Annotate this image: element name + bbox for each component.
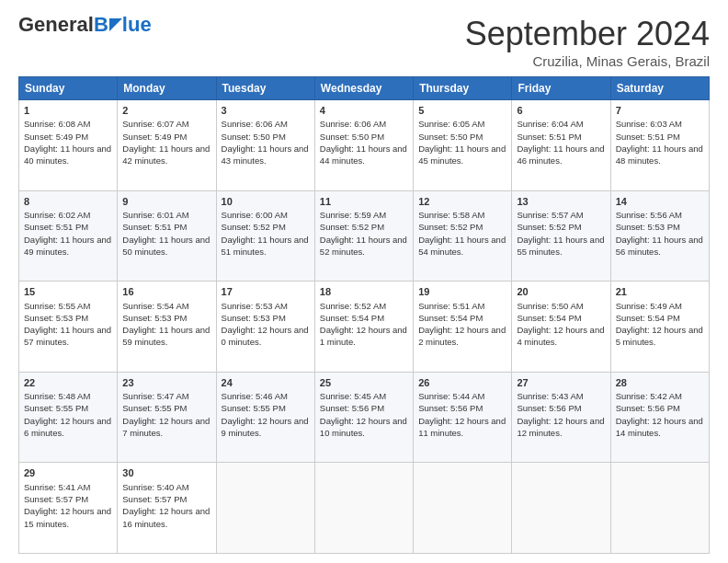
day-number: 11 (320, 195, 408, 209)
calendar-cell: 18Sunrise: 5:52 AMSunset: 5:54 PMDayligh… (314, 282, 413, 373)
calendar-cell: 2Sunrise: 6:07 AMSunset: 5:49 PMDaylight… (118, 100, 216, 191)
sunset-label: Sunset: 5:53 PM (24, 313, 88, 323)
calendar-cell: 22Sunrise: 5:48 AMSunset: 5:55 PMDayligh… (19, 372, 118, 463)
sunrise-label: Sunrise: 5:42 AM (616, 391, 682, 401)
sunrise-label: Sunrise: 6:07 AM (122, 119, 188, 129)
sunrise-label: Sunrise: 5:44 AM (418, 391, 484, 401)
calendar-cell: 21Sunrise: 5:49 AMSunset: 5:54 PMDayligh… (610, 282, 709, 373)
day-number: 15 (24, 285, 112, 299)
title-block: September 2024 Cruzilia, Minas Gerais, B… (465, 15, 710, 69)
calendar-cell (610, 463, 709, 554)
sunset-label: Sunset: 5:54 PM (418, 313, 483, 323)
sunset-label: Sunset: 5:57 PM (122, 494, 187, 504)
col-saturday: Saturday (610, 77, 709, 100)
daylight-label: Daylight: 11 hours and 42 minutes. (122, 144, 210, 166)
calendar-cell: 1Sunrise: 6:08 AMSunset: 5:49 PMDaylight… (19, 100, 118, 191)
calendar-cell: 5Sunrise: 6:05 AMSunset: 5:50 PMDaylight… (414, 100, 512, 191)
col-thursday: Thursday (414, 77, 512, 100)
sunrise-label: Sunrise: 5:43 AM (517, 391, 583, 401)
col-monday: Monday (118, 77, 216, 100)
daylight-label: Daylight: 12 hours and 11 minutes. (418, 416, 506, 438)
calendar-cell: 13Sunrise: 5:57 AMSunset: 5:52 PMDayligh… (512, 190, 610, 282)
daylight-label: Daylight: 11 hours and 40 minutes. (24, 144, 111, 166)
sunrise-label: Sunrise: 6:05 AM (418, 119, 484, 129)
sunrise-label: Sunrise: 5:56 AM (616, 210, 682, 220)
day-number: 30 (122, 466, 210, 480)
daylight-label: Daylight: 11 hours and 50 minutes. (122, 235, 210, 257)
day-number: 18 (320, 285, 408, 299)
daylight-label: Daylight: 12 hours and 2 minutes. (418, 325, 506, 347)
daylight-label: Daylight: 11 hours and 44 minutes. (320, 144, 407, 166)
calendar-cell: 28Sunrise: 5:42 AMSunset: 5:56 PMDayligh… (610, 372, 709, 463)
svg-marker-0 (109, 18, 122, 31)
daylight-label: Daylight: 11 hours and 59 minutes. (122, 325, 210, 347)
daylight-label: Daylight: 11 hours and 51 minutes. (222, 235, 309, 257)
calendar-cell: 23Sunrise: 5:47 AMSunset: 5:55 PMDayligh… (118, 372, 216, 463)
day-number: 23 (122, 376, 210, 390)
sunset-label: Sunset: 5:51 PM (24, 222, 88, 232)
calendar-cell (216, 463, 314, 554)
sunrise-label: Sunrise: 5:52 AM (320, 301, 386, 311)
daylight-label: Daylight: 12 hours and 7 minutes. (122, 416, 210, 438)
day-number: 3 (222, 104, 310, 118)
sunrise-label: Sunrise: 6:06 AM (320, 119, 386, 129)
sunset-label: Sunset: 5:55 PM (24, 403, 88, 413)
sunrise-label: Sunrise: 5:59 AM (320, 210, 386, 220)
day-number: 20 (517, 285, 605, 299)
calendar-cell: 17Sunrise: 5:53 AMSunset: 5:53 PMDayligh… (216, 282, 314, 373)
sunset-label: Sunset: 5:55 PM (222, 403, 286, 413)
day-number: 6 (517, 104, 605, 118)
calendar-cell: 24Sunrise: 5:46 AMSunset: 5:55 PMDayligh… (216, 372, 314, 463)
day-number: 13 (517, 195, 605, 209)
calendar-cell: 30Sunrise: 5:40 AMSunset: 5:57 PMDayligh… (118, 463, 216, 554)
sunset-label: Sunset: 5:51 PM (122, 222, 187, 232)
daylight-label: Daylight: 12 hours and 14 minutes. (616, 416, 703, 438)
sunrise-label: Sunrise: 5:55 AM (24, 301, 90, 311)
sunset-label: Sunset: 5:51 PM (616, 132, 680, 142)
day-number: 25 (320, 376, 408, 390)
day-number: 7 (616, 104, 704, 118)
sunset-label: Sunset: 5:53 PM (122, 313, 187, 323)
sunrise-label: Sunrise: 5:58 AM (418, 210, 484, 220)
daylight-label: Daylight: 11 hours and 43 minutes. (222, 144, 309, 166)
daylight-label: Daylight: 11 hours and 57 minutes. (24, 325, 111, 347)
day-number: 9 (122, 195, 210, 209)
month-title: September 2024 (465, 15, 710, 53)
daylight-label: Daylight: 12 hours and 16 minutes. (122, 506, 210, 528)
calendar-cell: 15Sunrise: 5:55 AMSunset: 5:53 PMDayligh… (19, 282, 118, 373)
calendar-cell: 11Sunrise: 5:59 AMSunset: 5:52 PMDayligh… (314, 190, 413, 282)
sunset-label: Sunset: 5:56 PM (517, 403, 581, 413)
day-number: 29 (24, 466, 112, 480)
sunset-label: Sunset: 5:54 PM (517, 313, 581, 323)
calendar-cell: 19Sunrise: 5:51 AMSunset: 5:54 PMDayligh… (414, 282, 512, 373)
daylight-label: Daylight: 11 hours and 55 minutes. (517, 235, 604, 257)
location: Cruzilia, Minas Gerais, Brazil (465, 53, 710, 69)
daylight-label: Daylight: 11 hours and 52 minutes. (320, 235, 407, 257)
day-number: 14 (616, 195, 704, 209)
col-friday: Friday (512, 77, 610, 100)
sunrise-label: Sunrise: 5:46 AM (222, 391, 288, 401)
daylight-label: Daylight: 12 hours and 9 minutes. (222, 416, 309, 438)
calendar-cell: 10Sunrise: 6:00 AMSunset: 5:52 PMDayligh… (216, 190, 314, 282)
sunset-label: Sunset: 5:50 PM (320, 132, 384, 142)
daylight-label: Daylight: 12 hours and 0 minutes. (222, 325, 309, 347)
sunrise-label: Sunrise: 6:01 AM (122, 210, 188, 220)
sunrise-label: Sunrise: 6:08 AM (24, 119, 90, 129)
calendar-cell: 7Sunrise: 6:03 AMSunset: 5:51 PMDaylight… (610, 100, 709, 191)
calendar-cell: 8Sunrise: 6:02 AMSunset: 5:51 PMDaylight… (19, 190, 118, 282)
day-number: 1 (24, 104, 112, 118)
sunrise-label: Sunrise: 5:40 AM (122, 482, 188, 492)
sunset-label: Sunset: 5:56 PM (320, 403, 384, 413)
sunrise-label: Sunrise: 6:06 AM (222, 119, 288, 129)
col-sunday: Sunday (19, 77, 118, 100)
sunrise-label: Sunrise: 6:02 AM (24, 210, 90, 220)
day-number: 26 (418, 376, 506, 390)
day-number: 2 (122, 104, 210, 118)
sunrise-label: Sunrise: 6:00 AM (222, 210, 288, 220)
day-number: 27 (517, 376, 605, 390)
sunset-label: Sunset: 5:50 PM (222, 132, 286, 142)
day-number: 10 (222, 195, 310, 209)
sunset-label: Sunset: 5:55 PM (122, 403, 187, 413)
daylight-label: Daylight: 11 hours and 49 minutes. (24, 235, 111, 257)
day-number: 19 (418, 285, 506, 299)
